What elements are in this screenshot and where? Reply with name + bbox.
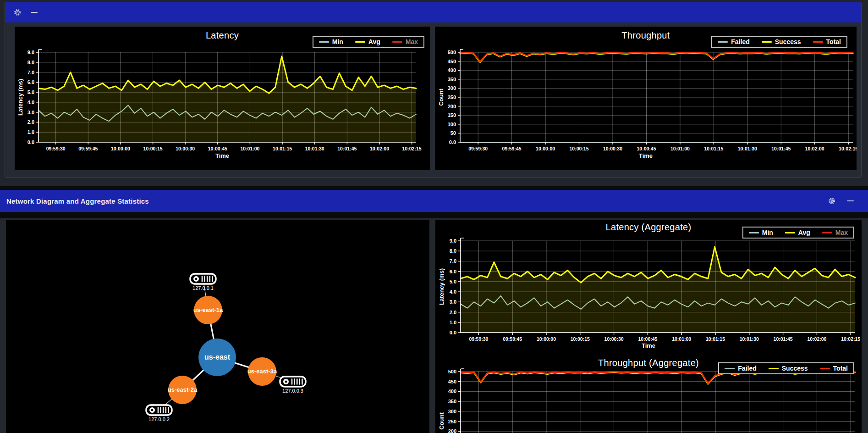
svg-text:2.0: 2.0 bbox=[450, 310, 456, 315]
panel-gap bbox=[0, 186, 868, 190]
svg-text:400: 400 bbox=[448, 389, 456, 394]
svg-text:10:01:15: 10:01:15 bbox=[704, 146, 723, 151]
x-axis-label: Time bbox=[435, 342, 862, 349]
legend-label: Avg bbox=[368, 38, 380, 45]
svg-text:10:01:30: 10:01:30 bbox=[740, 336, 759, 342]
server-icon[interactable] bbox=[190, 274, 216, 284]
svg-text:400: 400 bbox=[448, 67, 456, 73]
legend-item-max[interactable]: Max bbox=[392, 38, 418, 45]
max-swatch bbox=[822, 232, 832, 233]
gear-icon[interactable] bbox=[12, 7, 22, 17]
latency-chart: Latency MinAvgMax Latency (ms) 0.01.02.0… bbox=[15, 27, 430, 170]
svg-text:10:01:45: 10:01:45 bbox=[771, 146, 791, 151]
svg-text:10:00:15: 10:00:15 bbox=[571, 336, 590, 342]
svg-text:09:59:30: 09:59:30 bbox=[46, 146, 66, 151]
x-axis-label: Time bbox=[435, 152, 857, 159]
svg-text:10:01:45: 10:01:45 bbox=[337, 146, 357, 151]
legend-label: Max bbox=[406, 38, 418, 45]
minimize-button[interactable] bbox=[845, 196, 855, 206]
avg-swatch bbox=[785, 232, 795, 233]
legend-item-min[interactable]: Min bbox=[319, 38, 343, 45]
svg-text:5.0: 5.0 bbox=[450, 279, 456, 284]
svg-text:150: 150 bbox=[448, 112, 456, 118]
svg-text:10:02:15: 10:02:15 bbox=[841, 336, 860, 342]
svg-text:4.0: 4.0 bbox=[450, 289, 456, 294]
panel-charts: Latency MinAvgMax Latency (ms) 0.01.02.0… bbox=[5, 2, 862, 178]
y-axis-label: Latency (ms) bbox=[438, 268, 445, 305]
legend-item-success[interactable]: Success bbox=[762, 38, 801, 45]
svg-text:350: 350 bbox=[448, 77, 456, 82]
legend-item-avg[interactable]: Avg bbox=[355, 38, 380, 45]
x-axis-label: Time bbox=[15, 152, 430, 159]
svg-text:10:00:15: 10:00:15 bbox=[569, 146, 588, 151]
failed-swatch bbox=[725, 368, 735, 369]
aggregate-charts: Latency (Aggregate) MinAvgMax Latency (m… bbox=[435, 220, 862, 433]
total-swatch bbox=[813, 41, 823, 43]
gear-icon[interactable] bbox=[827, 196, 837, 206]
legend-item-success[interactable]: Success bbox=[769, 365, 808, 372]
legend-label: Failed bbox=[738, 365, 756, 372]
svg-text:10:00:00: 10:00:00 bbox=[111, 146, 130, 151]
dashboard: Latency MinAvgMax Latency (ms) 0.01.02.0… bbox=[0, 0, 868, 433]
legend-item-failed[interactable]: Failed bbox=[725, 365, 756, 372]
svg-text:0.0: 0.0 bbox=[450, 330, 456, 335]
max-swatch bbox=[392, 41, 402, 43]
svg-text:10:02:00: 10:02:00 bbox=[807, 336, 826, 342]
legend-item-max[interactable]: Max bbox=[822, 229, 848, 236]
svg-text:450: 450 bbox=[448, 379, 456, 384]
legend-label: Success bbox=[782, 365, 808, 372]
server-icon[interactable] bbox=[146, 405, 172, 415]
server-label: 127.0.0.1 bbox=[192, 285, 214, 291]
svg-text:300: 300 bbox=[448, 85, 456, 91]
total-swatch bbox=[820, 368, 830, 369]
svg-text:2.0: 2.0 bbox=[27, 119, 34, 125]
avg-swatch bbox=[355, 41, 365, 43]
failed-swatch bbox=[718, 41, 728, 43]
min-swatch bbox=[319, 41, 329, 43]
svg-text:200: 200 bbox=[448, 428, 456, 433]
svg-text:10:02:00: 10:02:00 bbox=[370, 146, 389, 151]
latency-plot: 0.01.02.03.04.05.06.07.08.09.009:59:3009… bbox=[15, 27, 430, 170]
gear-icon-svg bbox=[828, 197, 836, 205]
zone-node-label: us-east-2a bbox=[168, 386, 198, 393]
chart-legend: MinAvgMax bbox=[742, 227, 854, 239]
server-label: 127.0.0.2 bbox=[148, 416, 170, 422]
server-label: 127.0.0.3 bbox=[282, 388, 303, 394]
panel-gap bbox=[0, 212, 868, 218]
region-node-label: us-east bbox=[204, 353, 231, 361]
svg-text:10:02:15: 10:02:15 bbox=[839, 146, 857, 151]
panel-title: Network Diagram and Aggregate Statistics bbox=[6, 197, 149, 205]
y-axis-label: Latency (ms) bbox=[17, 79, 24, 116]
legend-item-avg[interactable]: Avg bbox=[785, 229, 810, 236]
svg-text:10:00:30: 10:00:30 bbox=[604, 336, 624, 342]
svg-text:10:01:00: 10:01:00 bbox=[240, 146, 259, 151]
legend-item-failed[interactable]: Failed bbox=[718, 38, 749, 45]
throughput-chart: Throughput FailedSuccessTotal Count 0.05… bbox=[435, 27, 857, 170]
legend-label: Failed bbox=[731, 38, 749, 45]
svg-text:10:02:15: 10:02:15 bbox=[402, 146, 422, 151]
min-swatch bbox=[749, 232, 759, 233]
svg-text:10:00:00: 10:00:00 bbox=[536, 146, 555, 151]
minimize-button[interactable] bbox=[29, 7, 39, 17]
success-swatch bbox=[769, 368, 779, 369]
svg-text:10:01:45: 10:01:45 bbox=[774, 336, 793, 342]
svg-text:8.0: 8.0 bbox=[450, 248, 456, 254]
svg-text:300: 300 bbox=[448, 409, 456, 414]
legend-item-total[interactable]: Total bbox=[813, 38, 841, 45]
svg-text:0.0: 0.0 bbox=[449, 139, 456, 145]
legend-item-min[interactable]: Min bbox=[749, 229, 773, 236]
legend-item-total[interactable]: Total bbox=[820, 365, 848, 372]
y-axis-label: Count bbox=[438, 412, 445, 430]
svg-text:10:00:30: 10:00:30 bbox=[603, 146, 622, 151]
svg-text:10:00:45: 10:00:45 bbox=[638, 336, 657, 342]
svg-text:5.0: 5.0 bbox=[27, 89, 34, 95]
server-icon[interactable] bbox=[280, 377, 306, 387]
legend-label: Success bbox=[775, 38, 801, 45]
svg-text:100: 100 bbox=[448, 122, 456, 127]
aggregate-latency-chart: Latency (Aggregate) MinAvgMax Latency (m… bbox=[435, 220, 862, 358]
svg-text:350: 350 bbox=[448, 399, 456, 404]
svg-text:9.0: 9.0 bbox=[450, 238, 456, 244]
svg-text:9.0: 9.0 bbox=[27, 50, 34, 55]
svg-text:09:59:45: 09:59:45 bbox=[502, 146, 522, 151]
legend-label: Avg bbox=[798, 229, 810, 236]
